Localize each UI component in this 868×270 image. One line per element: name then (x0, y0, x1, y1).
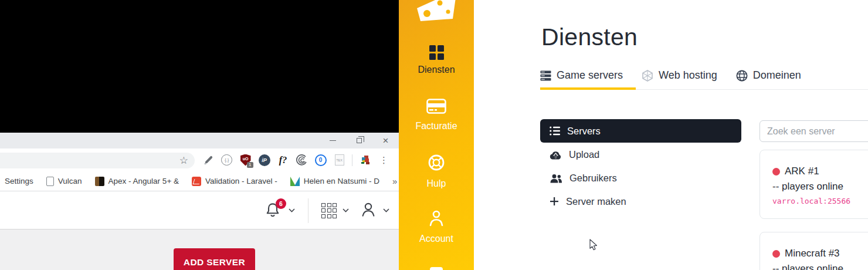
chevron-down-icon[interactable] (343, 208, 349, 212)
close-icon: × (383, 136, 389, 146)
menu-item-upload[interactable]: Upload (540, 143, 741, 166)
menu-item-label: Server maken (566, 196, 626, 207)
document-icon (46, 177, 54, 186)
color-picker-icon[interactable] (202, 154, 214, 166)
apps-grid-button[interactable] (321, 203, 337, 218)
servers-menu: Servers Upload Gebrui (540, 119, 741, 213)
status-dot (772, 168, 780, 176)
eyedropper-glyph (203, 155, 213, 166)
tex-glyph: TEX (335, 154, 344, 166)
close-button[interactable]: × (372, 133, 399, 148)
server-stack-icon (540, 70, 551, 81)
mouse-cursor (589, 239, 599, 252)
sidebar-item-hulp[interactable]: Hulp (399, 154, 474, 189)
swirl-glyph (296, 154, 308, 166)
app-main: Diensten Game servers (474, 0, 868, 270)
players-online: -- players online (772, 263, 868, 270)
bookmarks-overflow-icon[interactable]: » (392, 176, 397, 186)
bookmark-settings[interactable]: Settings (5, 177, 33, 185)
header-separator (308, 198, 308, 223)
status-dot (772, 250, 780, 258)
sidebar-item-diensten[interactable]: Diensten (399, 43, 474, 75)
users-icon (550, 173, 562, 183)
ublock-badge: 1 (247, 162, 253, 168)
shield-icon: uO 1 (240, 154, 251, 166)
sprite-glyph (360, 154, 371, 166)
laravel-favicon (192, 177, 201, 186)
address-bar[interactable]: ☆ (0, 153, 195, 168)
sidebar-item-label: Account (399, 234, 474, 244)
app-sidebar: Diensten Facturatie Hulp (399, 0, 474, 270)
tab-game-servers[interactable]: Game servers (540, 69, 623, 82)
notification-badge: 6 (276, 198, 286, 209)
font-glyph: f? (279, 155, 287, 166)
menu-item-gebruikers[interactable]: Gebruikers (540, 166, 741, 190)
ip-glyph: iP (259, 154, 270, 166)
server-name: Minecraft #3 (785, 248, 840, 259)
server-card-minecraft[interactable]: Minecraft #3 -- players online (760, 232, 868, 270)
menu-item-server-maken[interactable]: Server maken (540, 190, 741, 213)
bookmark-apex[interactable]: Apex - Angular 5+ & (95, 177, 179, 186)
restore-button[interactable] (346, 133, 372, 148)
grid-icon (429, 45, 444, 60)
credit-card-icon (426, 99, 446, 114)
tab-label: Web hosting (659, 69, 717, 82)
active-tab-underline (540, 87, 636, 90)
apex-app-header: 6 (0, 192, 399, 229)
browser-toolbar: ☆ {..} uO 1 (0, 148, 399, 171)
cheese-logo-icon[interactable] (414, 0, 459, 23)
bookmarks-bar: Settings Vulcan Apex - Angular 5+ & Vali… (0, 171, 399, 191)
extension-row: {..} uO 1 iP f? (202, 148, 398, 171)
user-menu-button[interactable] (360, 201, 377, 221)
page-title: Diensten (541, 23, 638, 51)
sidebar-item-label: Facturatie (399, 121, 474, 131)
desktop-black-area (0, 0, 399, 133)
ip-lookup-icon[interactable]: iP (258, 154, 270, 166)
add-server-button[interactable]: ADD SERVER (174, 248, 255, 270)
notifications-button[interactable]: 6 (264, 201, 283, 220)
globe-icon (736, 70, 748, 82)
latex-extension-icon[interactable]: TEX (333, 154, 345, 166)
kebab-glyph: ⋮ (379, 156, 388, 164)
tab-label: Domeinen (753, 69, 801, 82)
menu-item-servers[interactable]: Servers (540, 119, 741, 143)
bookmark-label: Helen en Natsumi - D (304, 177, 379, 185)
players-online: -- players online (772, 181, 868, 193)
triangle-favicon (290, 177, 300, 186)
server-name: ARK #1 (785, 166, 819, 177)
menu-item-label: Gebruikers (569, 173, 617, 184)
person-icon (428, 209, 445, 227)
lifebuoy-icon (428, 154, 445, 171)
tab-web-hosting[interactable]: Web hosting (642, 69, 717, 82)
search-input[interactable] (760, 120, 868, 142)
apex-favicon (95, 177, 104, 186)
screen: × ☆ {..} uO 1 (0, 0, 868, 270)
chevron-down-icon[interactable] (383, 208, 389, 212)
sidebar-next-item-icon (430, 267, 443, 270)
pixel-sprite-extension-icon[interactable] (359, 154, 371, 166)
minimize-button[interactable] (320, 133, 346, 148)
toolbar-separator (352, 154, 352, 166)
bookmark-laravel[interactable]: Validation - Laravel - (192, 177, 277, 186)
sidebar-item-facturatie[interactable]: Facturatie (399, 99, 474, 131)
cloud-upload-icon (550, 150, 562, 160)
bookmark-helen[interactable]: Helen en Natsumi - D (290, 177, 379, 186)
bookmark-star-icon[interactable]: ☆ (179, 156, 188, 166)
one-password-icon[interactable]: 0 (314, 154, 327, 166)
bookmark-label: Validation - Laravel - (205, 177, 277, 185)
chevron-down-icon[interactable] (289, 208, 295, 212)
sidebar-item-account[interactable]: Account (399, 209, 474, 244)
code-braces-icon[interactable]: {..} (221, 154, 233, 166)
bookmark-label: Apex - Angular 5+ & (108, 177, 179, 185)
bookmark-label: Settings (5, 177, 33, 185)
swirl-extension-icon[interactable] (296, 154, 308, 166)
server-card-ark[interactable]: ARK #1 -- players online varro.local:255… (760, 150, 868, 219)
plus-icon (550, 197, 559, 206)
braces-glyph: {..} (221, 154, 232, 166)
tab-domeinen[interactable]: Domeinen (736, 69, 801, 82)
browser-menu-icon[interactable]: ⋮ (378, 154, 390, 166)
font-identifier-icon[interactable]: f? (277, 154, 289, 166)
bookmark-vulcan[interactable]: Vulcan (46, 177, 82, 186)
person-icon (360, 201, 377, 218)
ublock-origin-icon[interactable]: uO 1 (239, 154, 252, 166)
